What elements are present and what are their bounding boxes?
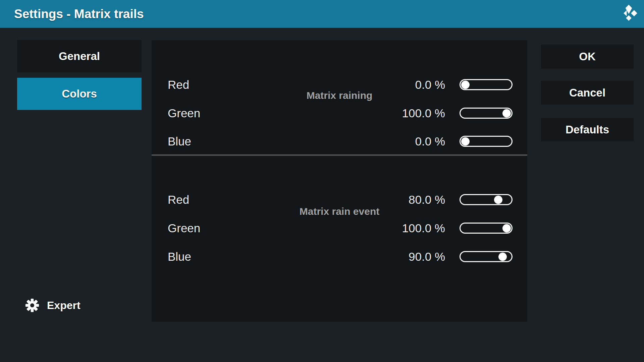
sidebar-item-label: Colors (62, 87, 97, 100)
setting-value: 80.0 % (409, 193, 445, 206)
setting-label: Green (168, 222, 402, 235)
setting-row-red[interactable]: Red 0.0 % (152, 70, 527, 99)
setting-label: Red (168, 193, 409, 206)
group-separator (152, 155, 527, 156)
ok-button-label: OK (579, 50, 596, 63)
setting-value: 0.0 % (415, 78, 445, 92)
setting-row-red[interactable]: Red 80.0 % (152, 185, 527, 214)
setting-value: 100.0 % (402, 107, 445, 120)
slider-knob[interactable] (498, 252, 507, 261)
setting-label: Red (168, 78, 415, 92)
blue-slider[interactable] (460, 136, 513, 147)
setting-label: Blue (168, 135, 415, 148)
red-slider[interactable] (460, 194, 513, 205)
setting-row-green[interactable]: Green 100.0 % (152, 99, 527, 127)
ok-button[interactable]: OK (541, 45, 634, 69)
page-title: Settings - Matrix trails (14, 0, 144, 28)
setting-value: 90.0 % (409, 250, 445, 263)
red-slider[interactable] (460, 79, 513, 90)
setting-value: 100.0 % (402, 222, 445, 235)
green-slider[interactable] (460, 223, 513, 234)
settings-dialog: Settings - Matrix trails General Colors (0, 0, 644, 362)
settings-panel: Matrix raining Red 0.0 % Green 100.0 % B… (152, 40, 527, 322)
cancel-button[interactable]: Cancel (541, 81, 634, 105)
kodi-logo-icon (619, 4, 638, 23)
sidebar-item-general[interactable]: General (17, 40, 142, 72)
setting-row-green[interactable]: Green 100.0 % (152, 214, 527, 242)
defaults-button-label: Defaults (566, 123, 609, 136)
setting-row-blue[interactable]: Blue 90.0 % (152, 242, 527, 271)
slider-knob[interactable] (461, 80, 470, 89)
slider-knob[interactable] (502, 109, 511, 117)
green-slider[interactable] (460, 108, 513, 119)
sidebar-item-colors[interactable]: Colors (17, 78, 142, 110)
cancel-button-label: Cancel (569, 86, 605, 99)
blue-slider[interactable] (460, 251, 513, 262)
slider-knob[interactable] (502, 224, 511, 232)
slider-knob[interactable] (494, 195, 502, 204)
setting-value: 0.0 % (415, 135, 445, 148)
gear-icon (25, 298, 39, 312)
title-bar: Settings - Matrix trails (0, 0, 644, 28)
defaults-button[interactable]: Defaults (541, 118, 634, 141)
setting-row-blue[interactable]: Blue 0.0 % (152, 127, 527, 156)
settings-level-button[interactable]: Expert (25, 297, 80, 314)
setting-label: Blue (168, 250, 409, 263)
settings-level-label: Expert (47, 299, 80, 312)
slider-knob[interactable] (461, 137, 470, 145)
sidebar-item-label: General (59, 50, 100, 63)
setting-label: Green (168, 107, 402, 120)
